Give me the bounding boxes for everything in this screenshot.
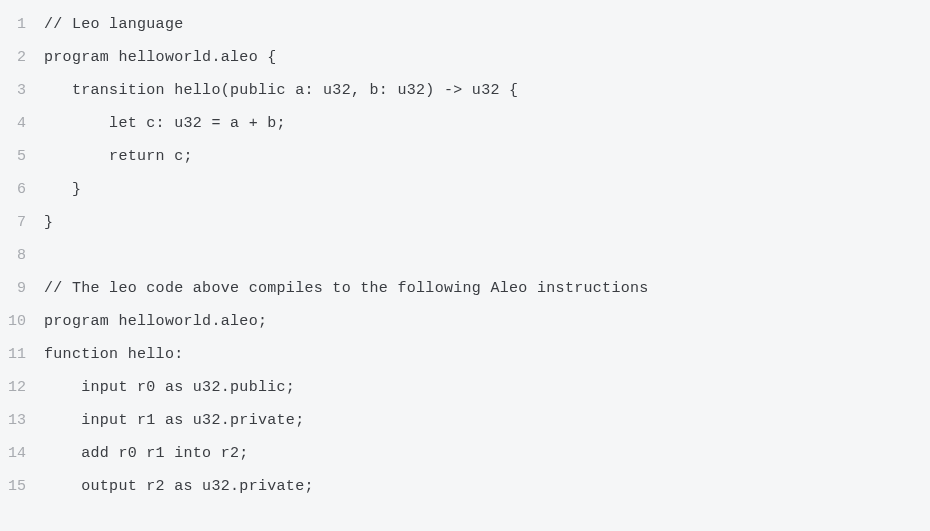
- code-line: 14 add r0 r1 into r2;: [0, 437, 930, 470]
- line-content: output r2 as u32.private;: [44, 470, 314, 503]
- code-line: 1 // Leo language: [0, 8, 930, 41]
- line-content: let c: u32 = a + b;: [44, 107, 286, 140]
- code-line: 5 return c;: [0, 140, 930, 173]
- line-number: 9: [0, 272, 44, 305]
- line-number: 11: [0, 338, 44, 371]
- line-content: program helloworld.aleo;: [44, 305, 267, 338]
- code-line: 10 program helloworld.aleo;: [0, 305, 930, 338]
- code-line: 8: [0, 239, 930, 272]
- line-content: input r0 as u32.public;: [44, 371, 295, 404]
- line-content: program helloworld.aleo {: [44, 41, 277, 74]
- line-number: 13: [0, 404, 44, 437]
- line-number: 6: [0, 173, 44, 206]
- line-content: // Leo language: [44, 8, 184, 41]
- line-content: }: [44, 173, 81, 206]
- line-content: function hello:: [44, 338, 184, 371]
- line-number: 1: [0, 8, 44, 41]
- line-number: 12: [0, 371, 44, 404]
- code-line: 3 transition hello(public a: u32, b: u32…: [0, 74, 930, 107]
- code-line: 7 }: [0, 206, 930, 239]
- line-content: add r0 r1 into r2;: [44, 437, 249, 470]
- code-block: 1 // Leo language 2 program helloworld.a…: [0, 8, 930, 503]
- code-line: 13 input r1 as u32.private;: [0, 404, 930, 437]
- code-line: 9 // The leo code above compiles to the …: [0, 272, 930, 305]
- line-content: transition hello(public a: u32, b: u32) …: [44, 74, 518, 107]
- line-number: 10: [0, 305, 44, 338]
- line-number: 2: [0, 41, 44, 74]
- code-line: 12 input r0 as u32.public;: [0, 371, 930, 404]
- code-line: 4 let c: u32 = a + b;: [0, 107, 930, 140]
- line-number: 14: [0, 437, 44, 470]
- line-content: // The leo code above compiles to the fo…: [44, 272, 649, 305]
- line-number: 3: [0, 74, 44, 107]
- line-content: input r1 as u32.private;: [44, 404, 304, 437]
- code-line: 2 program helloworld.aleo {: [0, 41, 930, 74]
- line-number: 15: [0, 470, 44, 503]
- code-line: 6 }: [0, 173, 930, 206]
- line-number: 7: [0, 206, 44, 239]
- code-line: 11 function hello:: [0, 338, 930, 371]
- line-number: 8: [0, 239, 44, 272]
- line-number: 4: [0, 107, 44, 140]
- line-content: }: [44, 206, 53, 239]
- line-content: return c;: [44, 140, 193, 173]
- code-line: 15 output r2 as u32.private;: [0, 470, 930, 503]
- line-number: 5: [0, 140, 44, 173]
